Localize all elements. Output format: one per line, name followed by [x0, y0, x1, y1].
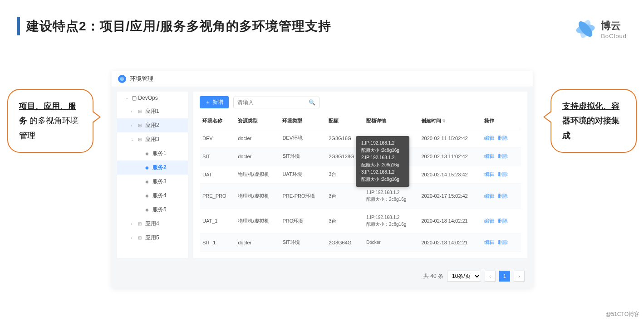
edit-link[interactable]: 编辑 [484, 171, 494, 177]
svc-icon: ◆ [144, 151, 150, 156]
pager-prev[interactable]: ‹ [485, 271, 496, 282]
callout-left-rest: 的多视角环境管理 [19, 116, 79, 140]
app-header: ◎ 环境管理 [112, 71, 533, 87]
delete-link[interactable]: 删除 [498, 171, 508, 177]
caret-icon: › [131, 109, 134, 114]
delete-link[interactable]: 删除 [498, 193, 508, 199]
callout-right: 支持虚拟化、容器环境的对接集成 [551, 89, 637, 153]
tree-item[interactable]: ›⊞应用2 [117, 118, 188, 132]
app-icon: ⊞ [137, 123, 143, 128]
tree-item-label: 服务1 [152, 150, 167, 157]
cell-quota: 3台 [326, 184, 364, 209]
cell-time: 2020-02-14 15:23:42 [418, 165, 481, 184]
edit-link[interactable]: 编辑 [484, 135, 494, 141]
callout-tail-icon [543, 111, 551, 123]
quota-tooltip: 1.IP:192.168.1.2配额大小 :2c8g16g2.IP:192.16… [356, 136, 409, 187]
cell-name: PRE_PRO [200, 184, 235, 209]
sidebar-tree: ⌄ ▢ DevOps ›⊞应用1›⊞应用2⌄⊞应用3◆服务1◆服务2◆服务3◆服… [117, 92, 188, 258]
edit-link[interactable]: 编辑 [484, 153, 494, 159]
page-size-select[interactable]: 10条/页 [447, 271, 481, 282]
tree-item-label: 服务3 [152, 178, 167, 185]
tree-item[interactable]: ◆服务3 [117, 175, 188, 189]
new-button[interactable]: ＋ 新增 [200, 96, 229, 108]
edit-link[interactable]: 编辑 [484, 239, 494, 245]
page-title-bar: 建设特点2：项目/应用/服务多视角的多环境管理支持 [17, 17, 331, 35]
cell-detail: Docker [364, 233, 419, 252]
tree-item-label: 应用4 [145, 220, 159, 228]
search-input[interactable] [237, 99, 309, 106]
column-header: 资源类型 [235, 113, 280, 129]
cell-ops: 编辑删除 [482, 233, 521, 252]
callout-left: 项目、应用、服务 的多视角环境管理 [7, 89, 93, 153]
cell-name: UAT [200, 165, 235, 184]
delete-link[interactable]: 删除 [498, 239, 508, 245]
cell-ops: 编辑删除 [482, 165, 521, 184]
column-header: 环境名称 [200, 113, 235, 129]
pager-total: 共 40 条 [423, 272, 443, 280]
cell-detail: 1.IP:192.168.1.2配额大小：2c8g16g [364, 209, 419, 233]
cell-env: DEV环境 [280, 129, 326, 147]
cell-ops: 编辑删除 [482, 147, 521, 165]
caret-icon: › [131, 222, 134, 226]
pager-page-1[interactable]: 1 [499, 271, 510, 282]
page-title: 建设特点2：项目/应用/服务多视角的多环境管理支持 [26, 18, 331, 35]
delete-link[interactable]: 删除 [498, 218, 508, 224]
tree-item[interactable]: ◆服务1 [117, 146, 188, 160]
app-icon: ⊞ [137, 109, 143, 114]
app-header-title: 环境管理 [130, 75, 153, 83]
title-accent [17, 17, 20, 35]
table-row: PRE_PRO物理机/虚拟机PRE-PRO环境3台1.IP:192.168.1.… [200, 184, 521, 209]
tree-item-label: 应用2 [145, 122, 159, 129]
logo-text-en: BoCloud [601, 33, 627, 39]
tree-item[interactable]: ◆服务5 [117, 203, 188, 217]
pagination: 共 40 条 10条/页 ‹ 1 › [112, 265, 533, 288]
cell-res: docler [235, 129, 280, 147]
logo-mark-icon [574, 17, 597, 41]
column-header[interactable]: 创建时间⇅ [418, 113, 481, 129]
cell-ops: 编辑删除 [482, 209, 521, 233]
tree-item[interactable]: ◆服务4 [117, 189, 188, 203]
app-icon: ⊞ [137, 137, 143, 142]
tree-item-label: 应用1 [145, 107, 159, 115]
edit-link[interactable]: 编辑 [484, 218, 494, 224]
app-icon: ⊞ [137, 221, 143, 227]
cell-detail: 1.IP:192.168.1.2配额大小：2c8g16g [364, 184, 419, 209]
search-box[interactable]: 🔍 [233, 97, 320, 108]
tree-root-label: ▢ DevOps [132, 95, 158, 101]
cell-res: docler [235, 147, 280, 165]
caret-icon: › [131, 123, 134, 128]
column-header: 环境类型 [280, 113, 326, 129]
tree-root[interactable]: ⌄ ▢ DevOps [117, 92, 188, 104]
cell-env: SIT环境 [280, 147, 326, 165]
caret-icon: ⌄ [131, 137, 134, 142]
tree-item-label: 服务2 [152, 164, 167, 171]
column-header: 配额 [326, 113, 364, 129]
cell-name: DEV [200, 129, 235, 147]
logo-text-cn: 博云 [601, 19, 627, 33]
tree-item[interactable]: ›⊞应用4 [117, 217, 188, 231]
cell-quota: 3台 [326, 209, 364, 233]
delete-link[interactable]: 删除 [498, 135, 508, 141]
pager-next[interactable]: › [514, 271, 525, 282]
svc-icon: ◆ [144, 179, 150, 185]
cell-env: PRE-PRO环境 [280, 184, 326, 209]
cell-time: 2020-02-18 14:02:21 [418, 209, 481, 233]
app-window: ◎ 环境管理 ⌄ ▢ DevOps ›⊞应用1›⊞应用2⌄⊞应用3◆服务1◆服务… [112, 71, 533, 288]
brand-logo: 博云 BoCloud [574, 17, 627, 41]
tree-item[interactable]: ⌄⊞应用3 [117, 132, 188, 146]
delete-link[interactable]: 删除 [498, 153, 508, 159]
main-panel: ＋ 新增 🔍 环境名称资源类型环境类型配额配额详情创建时间⇅操作 DEVdocl… [193, 92, 527, 258]
cell-name: SIT_1 [200, 233, 235, 252]
cell-time: 2020-02-13 11:02:42 [418, 147, 481, 165]
table-row: SIT_1doclerSIT环境2G8G64GDocker2020-02-18 … [200, 233, 521, 252]
caret-icon: › [131, 236, 134, 240]
app-icon: ⊞ [137, 235, 143, 241]
cell-env: SIT环境 [280, 233, 326, 252]
tree-item[interactable]: ›⊞应用5 [117, 231, 188, 245]
new-button-label: 新增 [212, 98, 223, 106]
tree-item[interactable]: ◆服务2 [117, 160, 188, 175]
edit-link[interactable]: 编辑 [484, 193, 494, 199]
tree-item[interactable]: ›⊞应用1 [117, 104, 188, 118]
cell-quota: 2G8G64G [326, 233, 364, 252]
svc-icon: ◆ [144, 165, 150, 170]
